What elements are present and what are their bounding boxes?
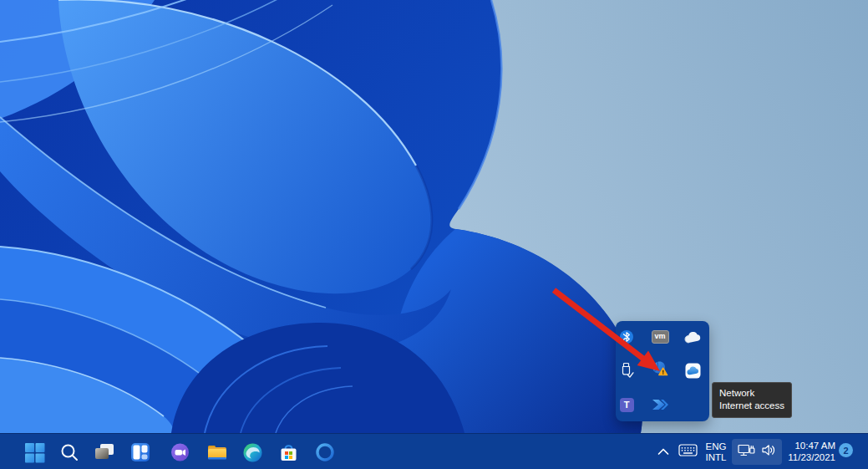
- file-explorer-button[interactable]: [202, 437, 232, 467]
- cortana-button[interactable]: [310, 437, 340, 467]
- edge-icon: [242, 442, 263, 463]
- store-button[interactable]: [273, 437, 303, 467]
- network-tooltip: Network Internet access: [712, 382, 792, 418]
- search-button[interactable]: [54, 437, 84, 467]
- cortana-ring-icon: [315, 442, 335, 462]
- taskbar: ENG INTL: [0, 433, 868, 469]
- windows-11-desktop: vm: [0, 0, 868, 469]
- store-icon: [278, 442, 299, 463]
- vmware-icon[interactable]: vm: [649, 326, 671, 348]
- tray-overflow-popup: vm: [616, 321, 709, 421]
- file-explorer-icon: [206, 442, 228, 462]
- edge-button[interactable]: [237, 437, 267, 467]
- teams-icon[interactable]: T: [616, 394, 637, 415]
- network-warning-icon[interactable]: [649, 359, 671, 380]
- notification-count: 2: [843, 446, 848, 456]
- touch-keyboard-button[interactable]: [675, 439, 700, 465]
- wallpaper-bloom: [0, 0, 868, 433]
- chevron-up-icon: [657, 445, 670, 460]
- start-button[interactable]: [19, 437, 49, 467]
- show-hidden-icons-button[interactable]: [652, 439, 674, 465]
- onedrive-icon[interactable]: [682, 327, 703, 349]
- chat-icon: [170, 442, 190, 463]
- power-automate-icon[interactable]: [649, 394, 671, 415]
- tooltip-line1: Network: [719, 387, 784, 400]
- widgets-icon: [130, 442, 150, 462]
- vmware-label: vm: [652, 330, 669, 344]
- bloom-art: [0, 0, 868, 433]
- chat-button[interactable]: [165, 437, 195, 467]
- search-icon: [59, 442, 79, 462]
- notification-count-badge[interactable]: 2: [839, 443, 853, 457]
- language-line1: ENG: [706, 441, 727, 452]
- ethernet-network-icon: [738, 443, 755, 461]
- usb-eject-icon[interactable]: [616, 359, 637, 381]
- bluetooth-icon[interactable]: [616, 326, 637, 348]
- clock-date: 11/23/2021: [788, 452, 835, 464]
- teams-label: T: [620, 398, 634, 412]
- cloud-app-icon[interactable]: [682, 359, 703, 381]
- keyboard-icon: [678, 443, 698, 461]
- clock-time: 10:47 AM: [794, 441, 835, 452]
- clock[interactable]: 10:47 AM 11/23/2021: [782, 439, 835, 465]
- tooltip-line2: Internet access: [719, 400, 784, 412]
- task-view-button[interactable]: [89, 437, 119, 467]
- language-line2: INTL: [706, 452, 727, 463]
- language-indicator[interactable]: ENG INTL: [700, 439, 732, 465]
- task-view-icon: [94, 442, 115, 463]
- widgets-button[interactable]: [125, 437, 155, 467]
- volume-icon: [761, 443, 776, 461]
- network-volume-tray-button[interactable]: [732, 439, 782, 465]
